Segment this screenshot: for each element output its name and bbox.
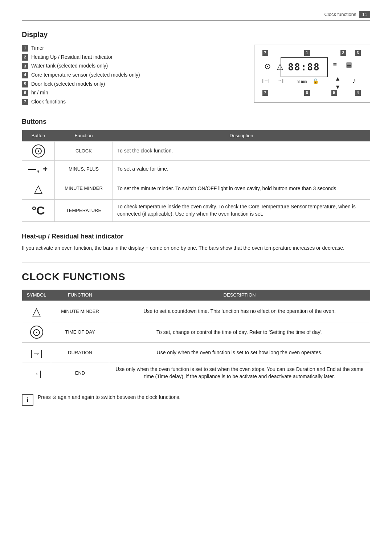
diag-label-2-top: 2 (340, 50, 346, 56)
btn-col-button: Button (22, 130, 55, 142)
table-row: △ MINUTE MINDER Use to set a countdown t… (22, 301, 370, 322)
display-content: 1Timer2Heating Up / Residual heat indica… (22, 45, 370, 107)
display-item-text: hr / min (31, 89, 48, 97)
info-box: i Press ⊙ again and again to switch betw… (22, 393, 370, 406)
btn-icon: °C (26, 203, 50, 219)
diag-label-1-top: 1 (304, 50, 310, 56)
display-badge: 5 (22, 81, 28, 87)
display-badge: 2 (22, 54, 28, 61)
display-list-item: 4Core temperature sensor (selected model… (22, 72, 240, 79)
heatup-text: If you activate an oven function, the ba… (22, 244, 370, 252)
diag-grid-icon: ▤ (346, 60, 352, 69)
heatup-title: Heat-up / Residual heat indicator (22, 232, 370, 241)
btn-icon-cell: —, + (22, 160, 55, 178)
clock-functions-title: CLOCK FUNCTIONS (22, 270, 370, 284)
btn-col-description: Description (113, 130, 370, 142)
display-title: Display (22, 29, 370, 40)
display-item-text: Door lock (selected models only) (31, 81, 105, 88)
btn-col-function: Function (55, 130, 113, 142)
btn-function-cell: CLOCK (55, 141, 113, 160)
display-badge: 4 (22, 72, 28, 78)
page-header: Clock functions 11 (22, 11, 370, 21)
clock-description-cell: Use to set a countdown time. This functi… (109, 301, 370, 322)
btn-description-cell: To check temperature inside the oven cav… (113, 199, 370, 222)
btn-description-cell: To set the minute minder. To switch ON/O… (113, 178, 370, 199)
clock-function-cell: END (51, 363, 109, 383)
buttons-section: Buttons Button Function Description ⊙ CL… (22, 117, 370, 222)
diag-label-7-top: 7 (262, 50, 268, 56)
btn-icon: —, + (26, 164, 50, 175)
diag-label-5-bot: 5 (331, 90, 337, 96)
display-list-item: 7Clock functions (22, 98, 240, 106)
buttons-table: Button Function Description ⊙ CLOCK To s… (22, 130, 370, 222)
table-row: △ MINUTE MINDER To set the minute minder… (22, 178, 370, 199)
display-badge: 7 (22, 99, 28, 105)
diag-label-7-bot: 7 (262, 90, 268, 96)
btn-icon: △ (26, 181, 50, 196)
display-digits: 88:88 (288, 61, 320, 74)
table-row: →| END Use only when the oven function i… (22, 363, 370, 383)
clock-col-symbol: SYMBOL (22, 290, 51, 301)
display-item-text: Clock functions (31, 98, 66, 106)
display-list-item: 1Timer (22, 45, 240, 52)
buttons-title: Buttons (22, 117, 370, 126)
section-label: Clock functions (324, 11, 356, 18)
diag-bars-icon: ≡ (333, 60, 337, 69)
display-item-text: Heating Up / Residual heat indicator (31, 54, 113, 61)
btn-function-cell: MINUTE MINDER (55, 178, 113, 199)
clock-sym-cell: ⊙ (22, 322, 51, 342)
clock-col-function: FUNCTION (51, 290, 109, 301)
clock-sym-cell: →| (22, 363, 51, 383)
clock-description-cell: Use only when the oven function is set t… (109, 343, 370, 363)
page-number: 11 (359, 11, 370, 18)
clock-function-cell: TIME OF DAY (51, 322, 109, 342)
display-list-item: 2Heating Up / Residual heat indicator (22, 54, 240, 61)
diag-arrow-left-icon: |→| (262, 77, 270, 84)
display-list: 1Timer2Heating Up / Residual heat indica… (22, 45, 240, 107)
display-item-text: Core temperature sensor (selected models… (31, 72, 140, 79)
info-icon-letter: i (27, 396, 28, 404)
display-badge: 1 (22, 45, 28, 52)
display-list-item: 5Door lock (selected models only) (22, 81, 240, 88)
info-text: Press ⊙ again and again to switch betwee… (38, 393, 180, 401)
display-item-text: Timer (31, 45, 44, 52)
display-section: Display 1Timer2Heating Up / Residual hea… (22, 29, 370, 107)
display-badge: 6 (22, 90, 28, 96)
clock-function-cell: MINUTE MINDER (51, 301, 109, 322)
btn-icon-cell: ⊙ (22, 141, 55, 160)
btn-description-cell: To set the clock function. (113, 141, 370, 160)
clock-sym-cell: |→| (22, 343, 51, 363)
diagram-inner: 7 1 2 3 ⊙ △ 88:88 ≡ ▤ |→| →| hr min (259, 50, 366, 97)
btn-icon-cell: °C (22, 199, 55, 222)
clock-col-description: DESCRIPTION (109, 290, 370, 301)
btn-function-cell: MINUS, PLUS (55, 160, 113, 178)
btn-description-cell: To set a value for time. (113, 160, 370, 178)
clock-description-cell: Use only when the oven function is set t… (109, 363, 370, 383)
display-list-item: 3Water tank (selected models only) (22, 62, 240, 70)
btn-function-cell: TEMPERATURE (55, 199, 113, 222)
table-row: °C TEMPERATURE To check temperature insi… (22, 199, 370, 222)
display-list-item: 6hr / min (22, 89, 240, 97)
display-diagram: 7 1 2 3 ⊙ △ 88:88 ≡ ▤ |→| →| hr min (254, 45, 370, 103)
table-row: |→| DURATION Use only when the oven func… (22, 343, 370, 363)
display-badge: 3 (22, 63, 28, 69)
clock-description-cell: To set, change or control the time of da… (109, 322, 370, 342)
diag-hrmin-label: hr min (297, 79, 307, 84)
table-row: —, + MINUS, PLUS To set a value for time… (22, 160, 370, 178)
diag-label-3-top: 3 (355, 50, 361, 56)
btn-icon: ⊙ (26, 144, 50, 158)
diagram-display-box: 88:88 (281, 57, 328, 77)
clock-function-cell: DURATION (51, 343, 109, 363)
info-icon: i (22, 394, 33, 406)
clock-table: SYMBOL FUNCTION DESCRIPTION △ MINUTE MIN… (22, 290, 370, 384)
table-row: ⊙ CLOCK To set the clock function. (22, 141, 370, 160)
diag-clock-icon: ⊙ (264, 61, 271, 72)
diag-music-icon: ♪ (352, 76, 356, 86)
heatup-section: Heat-up / Residual heat indicator If you… (22, 232, 370, 252)
diag-arrow-right-icon: →| (278, 77, 284, 84)
diag-label-6-bot: 6 (304, 90, 310, 96)
diag-lock-icon: 🔒 (313, 78, 319, 85)
display-item-text: Water tank (selected models only) (31, 62, 108, 70)
clock-functions-section: CLOCK FUNCTIONS SYMBOL FUNCTION DESCRIPT… (22, 270, 370, 384)
diag-label-4-bot: 4 (355, 90, 361, 96)
